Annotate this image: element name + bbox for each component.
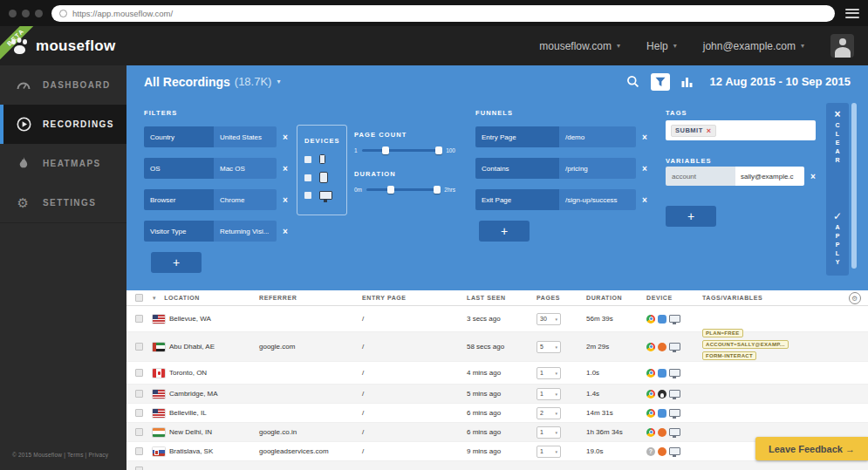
column-entry-page[interactable]: ENTRY PAGE — [360, 295, 465, 301]
pages-select[interactable]: 1▾ — [537, 367, 561, 379]
remove-tag-icon[interactable]: × — [707, 126, 712, 135]
column-location[interactable]: ▾ LOCATION — [151, 295, 257, 302]
panel-scrollbar[interactable] — [851, 103, 857, 269]
page-title[interactable]: All Recordings — [144, 75, 230, 89]
window-control-dot[interactable] — [9, 10, 17, 17]
url-bar[interactable]: https://app.mouseflow.com/ — [51, 5, 835, 22]
row-checkbox[interactable] — [135, 447, 143, 455]
funnel-field[interactable]: Exit Page — [475, 189, 559, 210]
funnel-field[interactable]: Entry Page — [475, 126, 559, 147]
slider-handle[interactable] — [434, 186, 441, 194]
pages-select[interactable]: 1▾ — [537, 388, 561, 400]
funnel-value[interactable]: /sign-up/success — [559, 189, 636, 210]
remove-variable-icon[interactable]: × — [810, 172, 816, 181]
column-referrer[interactable]: REFERRER — [257, 295, 360, 301]
last-seen-cell: 3 secs ago — [465, 315, 535, 323]
logo[interactable]: mouseflow — [9, 37, 116, 56]
column-last-seen[interactable]: LAST SEEN — [465, 295, 535, 301]
pages-select[interactable]: 30▾ — [537, 313, 561, 325]
filter-value[interactable]: United States — [214, 126, 277, 147]
pages-select[interactable]: 5▾ — [537, 341, 561, 353]
sidebar-item-recordings[interactable]: RECORDINGS — [0, 105, 126, 144]
remove-funnel-icon[interactable]: × — [642, 164, 647, 174]
remove-funnel-icon[interactable]: × — [642, 195, 647, 205]
row-checkbox[interactable] — [135, 390, 143, 398]
tablet-icon — [319, 172, 328, 183]
sidebar-footer[interactable]: © 2015 Mouseflow | Terms | Privacy — [12, 452, 108, 458]
filter-icon[interactable] — [651, 73, 670, 91]
sidebar: DASHBOARD RECORDINGS HEATMAPS ⚙ SETTINGS… — [0, 65, 126, 470]
filter-field[interactable]: Browser — [144, 189, 214, 210]
row-checkbox[interactable] — [135, 467, 143, 470]
sidebar-item-dashboard[interactable]: DASHBOARD — [0, 65, 126, 105]
column-pages[interactable]: PAGES — [535, 295, 584, 301]
flame-icon — [16, 156, 31, 172]
remove-filter-icon[interactable]: × — [283, 164, 288, 174]
pages-select[interactable]: 2▾ — [537, 407, 561, 419]
slider-handle[interactable] — [382, 146, 389, 154]
page-count-track[interactable] — [362, 149, 442, 152]
filter-field[interactable]: Country — [144, 126, 214, 147]
variable-value-input[interactable]: sally@example.c — [735, 167, 804, 186]
date-range[interactable]: 12 Aug 2015 - 10 Sep 2015 — [710, 75, 851, 88]
avatar[interactable] — [830, 34, 854, 58]
row-checkbox[interactable] — [135, 369, 143, 377]
filter-value[interactable]: Mac OS — [214, 158, 277, 179]
window-control-dot[interactable] — [22, 10, 30, 17]
sidebar-item-heatmaps[interactable]: HEATMAPS — [0, 144, 126, 183]
remove-filter-icon[interactable]: × — [283, 195, 288, 205]
sidebar-item-settings[interactable]: ⚙ SETTINGS — [0, 183, 126, 222]
filter-value[interactable]: Chrome — [214, 189, 277, 210]
select-all-checkbox[interactable] — [135, 294, 143, 302]
table-row[interactable]: Toronto, ON/4 mins ago1▾1.0s — [126, 362, 868, 385]
tablet-checkbox[interactable] — [304, 174, 311, 181]
column-tags-variables[interactable]: TAGS/VARIABLES — [701, 295, 868, 301]
remove-funnel-icon[interactable]: × — [642, 133, 647, 142]
clear-filters-button[interactable]: × CLEAR — [834, 109, 840, 166]
duration-label: DURATION — [354, 170, 396, 178]
slider-handle[interactable] — [435, 146, 442, 154]
pages-select[interactable]: 1▾ — [537, 426, 561, 439]
table-row[interactable]: Cambridge, MA/5 mins ago1▾1.4s — [126, 385, 868, 404]
funnel-field[interactable]: Contains — [475, 158, 559, 179]
row-checkbox[interactable] — [135, 428, 143, 436]
table-row[interactable]: Belleville, IL/6 mins ago2▾14m 31s — [126, 404, 868, 423]
window-control-dot[interactable] — [35, 10, 43, 17]
add-filter-button[interactable]: + — [151, 252, 202, 273]
remove-filter-icon[interactable]: × — [283, 227, 288, 236]
row-checkbox[interactable] — [135, 315, 143, 323]
filter-field[interactable]: Visitor Type — [144, 221, 214, 242]
apply-filters-button[interactable]: ✓ APPLY — [833, 211, 842, 268]
row-checkbox[interactable] — [135, 343, 143, 351]
column-device[interactable]: DEVICE — [645, 295, 701, 301]
domain-selector[interactable]: mouseflow.com ▾ — [539, 40, 620, 52]
column-settings-icon[interactable]: ⚙ — [849, 292, 861, 304]
remove-filter-icon[interactable]: × — [283, 133, 288, 142]
tags-input[interactable]: SUBMIT × — [666, 120, 816, 140]
row-checkbox[interactable] — [135, 409, 143, 417]
duration-track[interactable] — [366, 188, 440, 191]
chart-icon[interactable] — [681, 76, 694, 87]
table-row[interactable]: Bellevue, WA/3 secs ago30▾56m 39s — [126, 306, 868, 332]
desktop-checkbox[interactable] — [304, 192, 311, 199]
column-duration[interactable]: DURATION — [584, 295, 645, 301]
filter-field[interactable]: OS — [144, 158, 214, 179]
caret-down-icon[interactable]: ▾ — [277, 78, 280, 85]
leave-feedback-button[interactable]: Leave Feedback → — [755, 437, 868, 460]
variable-name-input[interactable]: account — [666, 167, 735, 186]
location-text: Bratislava, SK — [169, 447, 213, 455]
browser-menu-icon[interactable] — [845, 9, 859, 18]
account-menu[interactable]: john@example.com ▾ — [703, 40, 804, 52]
filter-value[interactable]: Returning Visi... — [214, 221, 277, 242]
pages-select[interactable]: 1▾ — [537, 446, 561, 458]
search-icon[interactable] — [626, 75, 639, 88]
table-row[interactable]: Abu Dhabi, AEgoogle.com/58 secs ago5▾2m … — [126, 332, 868, 362]
funnel-value[interactable]: /demo — [559, 126, 636, 147]
funnel-value[interactable]: /pricing — [559, 158, 636, 179]
add-variable-button[interactable]: + — [666, 206, 716, 227]
help-menu[interactable]: Help ▾ — [646, 40, 677, 52]
mobile-checkbox[interactable] — [304, 156, 311, 163]
slider-handle[interactable] — [387, 186, 394, 194]
table-row[interactable] — [126, 461, 868, 470]
add-funnel-button[interactable]: + — [479, 221, 530, 242]
